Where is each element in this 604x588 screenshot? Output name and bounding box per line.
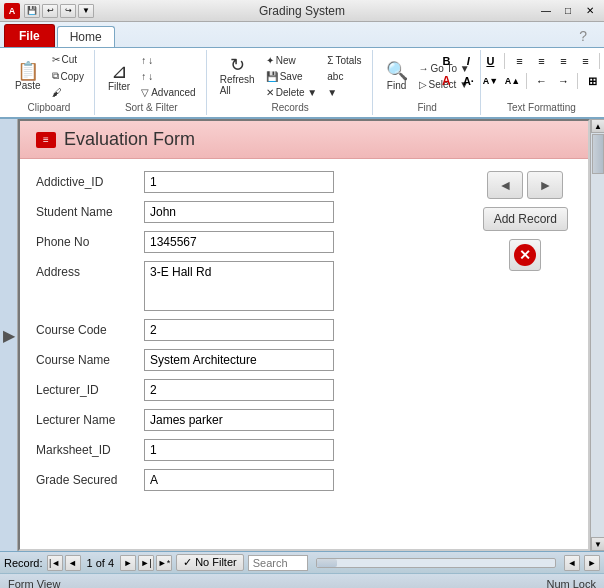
ribbon-group-records: ↻ RefreshAll ✦ New 💾 Save ✕ Delete ▼ Σ T… — [209, 50, 373, 115]
save-icon: 💾 — [266, 71, 278, 82]
scroll-up-arrow[interactable]: ▲ — [591, 119, 604, 133]
clipboard-buttons: 📋 Paste ✂ Cut ⧉ Copy 🖌 — [10, 52, 88, 100]
input-course-code[interactable] — [144, 319, 334, 341]
delete-record-button[interactable]: ✕ Delete ▼ — [262, 85, 322, 100]
indent-decrease-button[interactable]: ← — [531, 72, 551, 90]
no-filter-button[interactable]: ✓ No Filter — [176, 554, 244, 571]
input-address[interactable]: 3-E Hall Rd — [144, 261, 334, 311]
record-navigation: |◄ ◄ 1 of 4 ► ►| ►* — [47, 555, 173, 571]
title-bar-tools: 💾 ↩ ↪ ▼ — [24, 4, 94, 18]
bold-button[interactable]: B — [436, 52, 456, 70]
vertical-scrollbar[interactable]: ▲ ▼ — [590, 119, 604, 551]
paste-icon: 📋 — [17, 62, 39, 80]
prev-record-nav-button[interactable]: ◄ — [65, 555, 81, 571]
first-record-button[interactable]: |◄ — [47, 555, 63, 571]
underline-button[interactable]: U — [480, 52, 500, 70]
window-controls: — □ ✕ — [536, 3, 600, 19]
italic-button[interactable]: I — [458, 52, 478, 70]
align-center-button[interactable]: ≡ — [531, 52, 551, 70]
scroll-thumb[interactable] — [592, 134, 604, 174]
close-button[interactable]: ✕ — [580, 3, 600, 19]
refresh-label: RefreshAll — [220, 74, 255, 96]
more-button[interactable]: ▼ — [323, 85, 365, 100]
paste-button[interactable]: 📋 Paste — [10, 59, 46, 94]
scroll-down-arrow[interactable]: ▼ — [591, 537, 604, 551]
new-record-nav-button[interactable]: ►* — [156, 555, 172, 571]
save-record-button[interactable]: 💾 Save — [262, 69, 322, 84]
customize-tool[interactable]: ▼ — [78, 4, 94, 18]
align-right-button[interactable]: ≡ — [553, 52, 573, 70]
find-button[interactable]: 🔍 Find — [381, 59, 413, 94]
ascending-button[interactable]: ↑ ↓ — [137, 53, 199, 68]
font-size-down-button[interactable]: A▼ — [480, 72, 500, 90]
record-info: 1 of 4 — [83, 557, 119, 569]
descending-button[interactable]: ↑ ↓ — [137, 69, 199, 84]
status-bar: Record: |◄ ◄ 1 of 4 ► ►| ►* ✓ No Filter … — [0, 551, 604, 573]
format-painter-button[interactable]: 🖌 — [48, 85, 88, 100]
input-lecturer-id[interactable] — [144, 379, 334, 401]
tab-home[interactable]: Home — [57, 26, 115, 47]
main-content: ▶ Evaluation Form ◄ ► Add Record ✕ — [0, 119, 604, 551]
align-justify-button[interactable]: ≡ — [575, 52, 595, 70]
scroll-right-button[interactable]: ► — [584, 555, 600, 571]
label-address: Address — [36, 261, 136, 279]
last-record-button[interactable]: ►| — [138, 555, 154, 571]
records-buttons: ↻ RefreshAll ✦ New 💾 Save ✕ Delete ▼ Σ T… — [215, 52, 366, 100]
next-record-button[interactable]: ► — [527, 171, 563, 199]
advanced-icon: ▽ — [141, 87, 149, 98]
label-lecturer-name: Lecturer Name — [36, 409, 136, 427]
scroll-track[interactable] — [591, 133, 604, 537]
horizontal-scrollbar[interactable] — [316, 558, 556, 568]
input-phone-no[interactable] — [144, 231, 334, 253]
tab-help-icon[interactable]: ? — [566, 24, 600, 47]
add-record-button[interactable]: Add Record — [483, 207, 568, 231]
new-icon: ✦ — [266, 55, 274, 66]
ribbon-tabs: File Home ? — [0, 22, 604, 47]
quick-save-tool[interactable]: 💾 — [24, 4, 40, 18]
align-left-button[interactable]: ≡ — [509, 52, 529, 70]
search-input[interactable] — [248, 555, 308, 571]
refresh-all-button[interactable]: ↻ RefreshAll — [215, 53, 260, 99]
delete-record-button[interactable]: ✕ — [509, 239, 541, 271]
sort-small-group: ↑ ↓ ↑ ↓ ▽ Advanced — [137, 53, 199, 100]
window-title: Grading System — [259, 4, 345, 18]
advanced-button[interactable]: ▽ Advanced — [137, 85, 199, 100]
scroll-left-button[interactable]: ◄ — [564, 555, 580, 571]
filter-button[interactable]: ⊿ Filter — [103, 58, 135, 95]
title-bar-left: A 💾 ↩ ↪ ▼ — [4, 3, 94, 19]
font-size-up-button[interactable]: A▲ — [502, 72, 522, 90]
format-area: B I U ≡ ≡ ≡ ≡ 1. • A A· A▼ A▲ — [436, 52, 604, 100]
tab-file[interactable]: File — [4, 24, 55, 47]
spelling-button[interactable]: abc — [323, 69, 365, 84]
copy-button[interactable]: ⧉ Copy — [48, 68, 88, 84]
prev-record-button[interactable]: ◄ — [487, 171, 523, 199]
descending-icon: ↑ — [141, 71, 146, 82]
cut-button[interactable]: ✂ Cut — [48, 52, 88, 67]
minimize-button[interactable]: — — [536, 3, 556, 19]
filter-label: Filter — [108, 81, 130, 92]
input-grade-secured[interactable] — [144, 469, 334, 491]
input-marksheet-id[interactable] — [144, 439, 334, 461]
left-nav-arrow[interactable]: ▶ — [0, 119, 18, 551]
horizontal-scroll-thumb[interactable] — [317, 559, 337, 567]
new-record-button[interactable]: ✦ New — [262, 53, 322, 68]
maximize-button[interactable]: □ — [558, 3, 578, 19]
no-filter-label: No Filter — [195, 556, 237, 568]
gridlines-button[interactable]: ⊞ — [582, 72, 602, 90]
label-marksheet-id: Marksheet_ID — [36, 439, 136, 457]
redo-tool[interactable]: ↪ — [60, 4, 76, 18]
highlight-button[interactable]: A· — [458, 72, 478, 90]
undo-tool[interactable]: ↩ — [42, 4, 58, 18]
totals-button[interactable]: Σ Totals — [323, 53, 365, 68]
input-lecturer-name[interactable] — [144, 409, 334, 431]
format-painter-icon: 🖌 — [52, 87, 62, 98]
input-student-name[interactable] — [144, 201, 334, 223]
ribbon-group-sort-filter: ⊿ Filter ↑ ↓ ↑ ↓ ▽ Advanced Sort & Filte… — [97, 50, 207, 115]
indent-increase-button[interactable]: → — [553, 72, 573, 90]
next-record-nav-button[interactable]: ► — [120, 555, 136, 571]
num-lock-label: Num Lock — [546, 578, 596, 589]
input-addictive-id[interactable] — [144, 171, 334, 193]
label-lecturer-id: Lecturer_ID — [36, 379, 136, 397]
input-course-name[interactable] — [144, 349, 334, 371]
font-color-button[interactable]: A — [436, 72, 456, 90]
